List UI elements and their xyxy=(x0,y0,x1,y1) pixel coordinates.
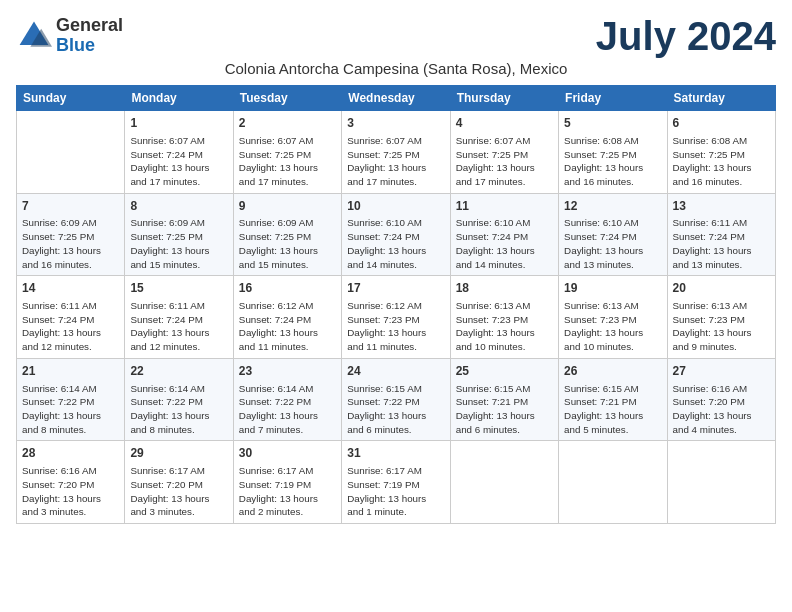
day-number: 2 xyxy=(239,115,336,132)
day-number: 11 xyxy=(456,198,553,215)
calendar-cell: 1Sunrise: 6:07 AM Sunset: 7:24 PM Daylig… xyxy=(125,111,233,194)
day-number: 22 xyxy=(130,363,227,380)
day-headers-row: SundayMondayTuesdayWednesdayThursdayFrid… xyxy=(17,86,776,111)
day-number: 18 xyxy=(456,280,553,297)
calendar-cell: 8Sunrise: 6:09 AM Sunset: 7:25 PM Daylig… xyxy=(125,193,233,276)
cell-content: Sunrise: 6:08 AM Sunset: 7:25 PM Dayligh… xyxy=(564,134,661,189)
day-number: 8 xyxy=(130,198,227,215)
month-title: July 2024 xyxy=(596,16,776,56)
subtitle: Colonia Antorcha Campesina (Santa Rosa),… xyxy=(16,60,776,77)
day-number: 19 xyxy=(564,280,661,297)
calendar-cell: 10Sunrise: 6:10 AM Sunset: 7:24 PM Dayli… xyxy=(342,193,450,276)
week-row-3: 14Sunrise: 6:11 AM Sunset: 7:24 PM Dayli… xyxy=(17,276,776,359)
day-header-tuesday: Tuesday xyxy=(233,86,341,111)
cell-content: Sunrise: 6:11 AM Sunset: 7:24 PM Dayligh… xyxy=(130,299,227,354)
calendar-cell: 31Sunrise: 6:17 AM Sunset: 7:19 PM Dayli… xyxy=(342,441,450,524)
day-number: 13 xyxy=(673,198,770,215)
calendar-cell: 28Sunrise: 6:16 AM Sunset: 7:20 PM Dayli… xyxy=(17,441,125,524)
logo-general: General xyxy=(56,16,123,36)
calendar-cell: 29Sunrise: 6:17 AM Sunset: 7:20 PM Dayli… xyxy=(125,441,233,524)
cell-content: Sunrise: 6:08 AM Sunset: 7:25 PM Dayligh… xyxy=(673,134,770,189)
logo-blue: Blue xyxy=(56,36,123,56)
cell-content: Sunrise: 6:07 AM Sunset: 7:25 PM Dayligh… xyxy=(239,134,336,189)
day-number: 1 xyxy=(130,115,227,132)
day-header-sunday: Sunday xyxy=(17,86,125,111)
calendar-cell: 27Sunrise: 6:16 AM Sunset: 7:20 PM Dayli… xyxy=(667,358,775,441)
calendar-cell: 15Sunrise: 6:11 AM Sunset: 7:24 PM Dayli… xyxy=(125,276,233,359)
cell-content: Sunrise: 6:14 AM Sunset: 7:22 PM Dayligh… xyxy=(22,382,119,437)
cell-content: Sunrise: 6:11 AM Sunset: 7:24 PM Dayligh… xyxy=(22,299,119,354)
day-header-wednesday: Wednesday xyxy=(342,86,450,111)
day-number: 10 xyxy=(347,198,444,215)
cell-content: Sunrise: 6:09 AM Sunset: 7:25 PM Dayligh… xyxy=(22,216,119,271)
day-number: 4 xyxy=(456,115,553,132)
cell-content: Sunrise: 6:13 AM Sunset: 7:23 PM Dayligh… xyxy=(456,299,553,354)
day-number: 28 xyxy=(22,445,119,462)
calendar-cell: 6Sunrise: 6:08 AM Sunset: 7:25 PM Daylig… xyxy=(667,111,775,194)
day-number: 6 xyxy=(673,115,770,132)
calendar-cell: 17Sunrise: 6:12 AM Sunset: 7:23 PM Dayli… xyxy=(342,276,450,359)
logo-text: General Blue xyxy=(56,16,123,56)
cell-content: Sunrise: 6:14 AM Sunset: 7:22 PM Dayligh… xyxy=(130,382,227,437)
calendar-cell xyxy=(450,441,558,524)
calendar-cell: 4Sunrise: 6:07 AM Sunset: 7:25 PM Daylig… xyxy=(450,111,558,194)
calendar-cell: 23Sunrise: 6:14 AM Sunset: 7:22 PM Dayli… xyxy=(233,358,341,441)
cell-content: Sunrise: 6:07 AM Sunset: 7:25 PM Dayligh… xyxy=(347,134,444,189)
day-number: 3 xyxy=(347,115,444,132)
calendar-cell: 13Sunrise: 6:11 AM Sunset: 7:24 PM Dayli… xyxy=(667,193,775,276)
day-number: 31 xyxy=(347,445,444,462)
cell-content: Sunrise: 6:12 AM Sunset: 7:24 PM Dayligh… xyxy=(239,299,336,354)
day-number: 5 xyxy=(564,115,661,132)
calendar-cell: 5Sunrise: 6:08 AM Sunset: 7:25 PM Daylig… xyxy=(559,111,667,194)
day-header-friday: Friday xyxy=(559,86,667,111)
calendar-table: SundayMondayTuesdayWednesdayThursdayFrid… xyxy=(16,85,776,524)
day-number: 15 xyxy=(130,280,227,297)
cell-content: Sunrise: 6:15 AM Sunset: 7:22 PM Dayligh… xyxy=(347,382,444,437)
day-number: 7 xyxy=(22,198,119,215)
day-number: 21 xyxy=(22,363,119,380)
calendar-body: 1Sunrise: 6:07 AM Sunset: 7:24 PM Daylig… xyxy=(17,111,776,524)
cell-content: Sunrise: 6:17 AM Sunset: 7:20 PM Dayligh… xyxy=(130,464,227,519)
day-header-thursday: Thursday xyxy=(450,86,558,111)
calendar-cell: 20Sunrise: 6:13 AM Sunset: 7:23 PM Dayli… xyxy=(667,276,775,359)
day-number: 27 xyxy=(673,363,770,380)
day-header-monday: Monday xyxy=(125,86,233,111)
day-number: 30 xyxy=(239,445,336,462)
cell-content: Sunrise: 6:11 AM Sunset: 7:24 PM Dayligh… xyxy=(673,216,770,271)
day-number: 9 xyxy=(239,198,336,215)
calendar-cell: 11Sunrise: 6:10 AM Sunset: 7:24 PM Dayli… xyxy=(450,193,558,276)
cell-content: Sunrise: 6:17 AM Sunset: 7:19 PM Dayligh… xyxy=(239,464,336,519)
day-number: 29 xyxy=(130,445,227,462)
week-row-5: 28Sunrise: 6:16 AM Sunset: 7:20 PM Dayli… xyxy=(17,441,776,524)
day-number: 23 xyxy=(239,363,336,380)
cell-content: Sunrise: 6:12 AM Sunset: 7:23 PM Dayligh… xyxy=(347,299,444,354)
calendar-cell: 3Sunrise: 6:07 AM Sunset: 7:25 PM Daylig… xyxy=(342,111,450,194)
day-number: 26 xyxy=(564,363,661,380)
day-number: 16 xyxy=(239,280,336,297)
cell-content: Sunrise: 6:16 AM Sunset: 7:20 PM Dayligh… xyxy=(22,464,119,519)
day-number: 17 xyxy=(347,280,444,297)
calendar-cell: 2Sunrise: 6:07 AM Sunset: 7:25 PM Daylig… xyxy=(233,111,341,194)
calendar-cell: 12Sunrise: 6:10 AM Sunset: 7:24 PM Dayli… xyxy=(559,193,667,276)
week-row-2: 7Sunrise: 6:09 AM Sunset: 7:25 PM Daylig… xyxy=(17,193,776,276)
calendar-cell xyxy=(667,441,775,524)
week-row-4: 21Sunrise: 6:14 AM Sunset: 7:22 PM Dayli… xyxy=(17,358,776,441)
cell-content: Sunrise: 6:14 AM Sunset: 7:22 PM Dayligh… xyxy=(239,382,336,437)
calendar-cell: 16Sunrise: 6:12 AM Sunset: 7:24 PM Dayli… xyxy=(233,276,341,359)
cell-content: Sunrise: 6:09 AM Sunset: 7:25 PM Dayligh… xyxy=(130,216,227,271)
cell-content: Sunrise: 6:10 AM Sunset: 7:24 PM Dayligh… xyxy=(564,216,661,271)
calendar-cell: 7Sunrise: 6:09 AM Sunset: 7:25 PM Daylig… xyxy=(17,193,125,276)
calendar-cell: 21Sunrise: 6:14 AM Sunset: 7:22 PM Dayli… xyxy=(17,358,125,441)
calendar-cell xyxy=(17,111,125,194)
day-number: 25 xyxy=(456,363,553,380)
logo-icon xyxy=(16,18,52,54)
cell-content: Sunrise: 6:13 AM Sunset: 7:23 PM Dayligh… xyxy=(564,299,661,354)
day-number: 20 xyxy=(673,280,770,297)
calendar-cell: 19Sunrise: 6:13 AM Sunset: 7:23 PM Dayli… xyxy=(559,276,667,359)
cell-content: Sunrise: 6:16 AM Sunset: 7:20 PM Dayligh… xyxy=(673,382,770,437)
cell-content: Sunrise: 6:13 AM Sunset: 7:23 PM Dayligh… xyxy=(673,299,770,354)
cell-content: Sunrise: 6:07 AM Sunset: 7:25 PM Dayligh… xyxy=(456,134,553,189)
calendar-cell: 24Sunrise: 6:15 AM Sunset: 7:22 PM Dayli… xyxy=(342,358,450,441)
day-number: 12 xyxy=(564,198,661,215)
cell-content: Sunrise: 6:17 AM Sunset: 7:19 PM Dayligh… xyxy=(347,464,444,519)
